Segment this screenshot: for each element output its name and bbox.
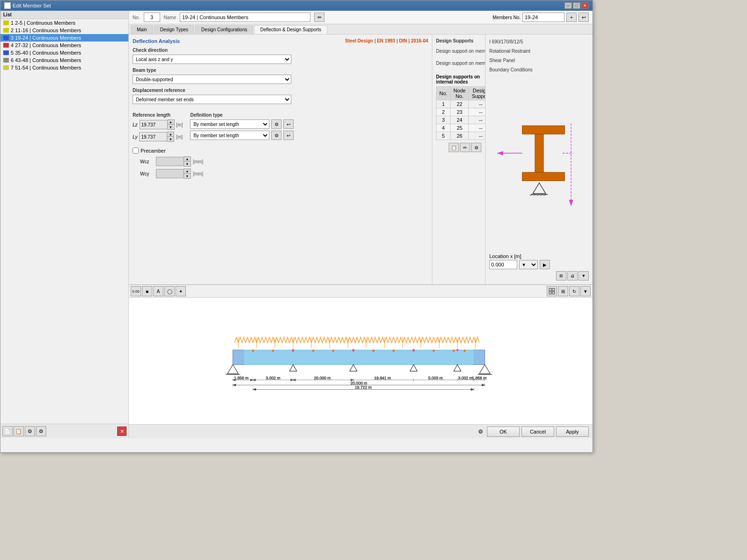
ly-up-button[interactable]: ▲ <box>167 132 174 137</box>
canvas-tool3[interactable]: A <box>153 286 163 296</box>
wcy-up-button[interactable]: ▲ <box>184 169 190 174</box>
svg-marker-92 <box>482 384 485 386</box>
wcz-input[interactable] <box>156 157 184 166</box>
precamber-checkbox[interactable] <box>133 147 139 154</box>
maximize-button[interactable]: □ <box>573 2 580 9</box>
members-no-label: Members No. <box>493 15 521 20</box>
canvas-tool4[interactable]: ◯ <box>164 286 175 296</box>
canvas-grid-button[interactable] <box>547 286 557 296</box>
canvas-tool2[interactable]: ■ <box>142 286 152 296</box>
canvas-fit-button[interactable]: ⊞ <box>558 286 568 296</box>
nodes-table: No. Node No. Design Support 1 22 -- <box>436 86 485 140</box>
main-layout: List 1 2-5 | Continuous Members 2 11-16 … <box>0 11 592 438</box>
wcz-label: Wcz <box>140 159 154 164</box>
wcz-row: Wcz ▲ ▼ [mm] <box>133 156 428 167</box>
def-type-ly-btn1[interactable]: ⚙ <box>271 131 282 140</box>
tab-deflection[interactable]: Deflection & Design Supports <box>254 25 327 34</box>
tab-design-types[interactable]: Design Types <box>154 25 194 34</box>
sidebar-tool2-button[interactable]: ⚙ <box>36 426 46 436</box>
location-step-button[interactable]: ▶ <box>540 260 550 269</box>
ok-button[interactable]: OK <box>487 427 520 437</box>
table-row: 1 22 -- <box>437 100 486 108</box>
settings-icon-bottom[interactable]: ⚙ <box>478 428 483 435</box>
apply-button[interactable]: Apply <box>556 427 589 437</box>
preview-btn2[interactable]: 🖨 <box>567 271 578 280</box>
wcy-down-button[interactable]: ▼ <box>184 174 190 178</box>
beam-type-select[interactable]: Double-supported <box>133 75 291 84</box>
list-item-6[interactable]: 6 43-48 | Continuous Members <box>0 56 128 64</box>
check-direction-title: Check direction <box>133 48 428 53</box>
lz-input[interactable] <box>140 120 168 129</box>
tab-design-config[interactable]: Design Configurations <box>195 25 253 34</box>
svg-marker-6 <box>497 151 503 155</box>
section-header: Deflection Analysis Steel Design | EN 19… <box>133 38 428 44</box>
svg-marker-8 <box>533 182 545 193</box>
canvas-view-button[interactable]: ▼ <box>580 286 591 296</box>
def-type-lz-select[interactable]: By member set length <box>190 119 269 129</box>
table-btn1[interactable]: 📋 <box>449 143 459 152</box>
list-item-7[interactable]: 7 51-54 | Continuous Members <box>0 64 128 71</box>
table-btn3[interactable]: ⚙ <box>471 143 481 152</box>
deflection-title: Deflection Analysis <box>133 38 180 44</box>
load-pattern <box>235 337 479 348</box>
def-type-lz-btn1[interactable]: ⚙ <box>271 119 282 129</box>
beam-type-title: Beam type <box>133 68 428 73</box>
tab-bar: Main Design Types Design Configurations … <box>129 24 592 35</box>
def-type-ly-btn2[interactable]: ↩ <box>283 131 294 140</box>
list-item-3[interactable]: 3 19-24 | Continuous Members <box>0 34 128 42</box>
wcy-input[interactable] <box>156 169 184 178</box>
sidebar-header: List <box>0 11 128 19</box>
tab-main[interactable]: Main <box>131 25 153 34</box>
lz-down-button[interactable]: ▼ <box>168 125 174 129</box>
members-add-button[interactable]: + <box>566 13 577 22</box>
sidebar-copy-button[interactable]: 📋 <box>14 426 24 436</box>
preview-btn1[interactable]: ⊞ <box>556 271 566 280</box>
canvas-tool5[interactable]: ✦ <box>176 286 186 296</box>
sidebar: List 1 2-5 | Continuous Members 2 11-16 … <box>0 11 129 438</box>
right-panel: Design Supports Design support on member… <box>432 35 485 284</box>
close-button[interactable]: ✕ <box>581 2 589 9</box>
sidebar-tool1-button[interactable]: ⚙ <box>25 426 35 436</box>
cancel-button[interactable]: Cancel <box>521 427 554 437</box>
svg-marker-98 <box>471 388 474 391</box>
sidebar-close-button[interactable]: ✕ <box>117 427 127 436</box>
location-unit-select[interactable]: ▼ <box>519 260 538 269</box>
title-bar: Edit Member Set ─ □ ✕ <box>0 0 592 11</box>
wcy-label: Wcy <box>140 171 154 176</box>
ly-input[interactable] <box>139 132 167 141</box>
disp-ref-select[interactable]: Deformed member set ends <box>133 95 291 104</box>
def-type-label: Definition type <box>190 112 294 118</box>
preview-btn3[interactable]: ▼ <box>578 271 589 280</box>
ly-down-button[interactable]: ▼ <box>167 137 174 141</box>
item-label-7: 7 51-54 | Continuous Members <box>11 65 81 70</box>
sidebar-new-button[interactable]: 📄 <box>2 426 13 436</box>
def-type-lz-btn2[interactable]: ↩ <box>283 119 294 129</box>
row5-node: 26 <box>451 132 469 140</box>
members-no-input[interactable] <box>522 13 564 22</box>
table-btn2[interactable]: ✏ <box>460 143 470 152</box>
lz-unit: [m] <box>176 122 183 127</box>
svg-text:3.002 m: 3.002 m <box>266 376 280 380</box>
check-direction-select[interactable]: Local axis z and y <box>133 55 291 64</box>
ly-label: Ly <box>133 134 137 140</box>
name-input[interactable] <box>180 13 310 22</box>
list-item-2[interactable]: 2 11-16 | Continuous Members <box>0 27 128 34</box>
lz-up-button[interactable]: ▲ <box>168 120 174 125</box>
list-item-1[interactable]: 1 2-5 | Continuous Members <box>0 19 128 27</box>
members-back-button[interactable]: ↩ <box>578 13 589 22</box>
svg-marker-4 <box>569 200 573 206</box>
name-edit-button[interactable]: ✏ <box>314 13 324 22</box>
no-input[interactable] <box>144 13 160 22</box>
item-color-7 <box>3 65 9 70</box>
new-icon: 📄 <box>4 428 11 434</box>
wcz-up-button[interactable]: ▲ <box>184 157 190 161</box>
location-input[interactable] <box>489 260 517 269</box>
list-item-5[interactable]: 5 35-40 | Continuous Members <box>0 49 128 56</box>
wcz-down-button[interactable]: ▼ <box>184 161 190 166</box>
sup-end-label: Design support on member set end <box>436 61 485 66</box>
def-type-ly-select[interactable]: By member set length <box>190 131 269 140</box>
canvas-tool1[interactable]: 0.00 <box>131 286 141 296</box>
canvas-rotate-button[interactable]: ↻ <box>569 286 579 296</box>
minimize-button[interactable]: ─ <box>564 2 572 9</box>
list-item-4[interactable]: 4 27-32 | Continuous Members <box>0 42 128 49</box>
